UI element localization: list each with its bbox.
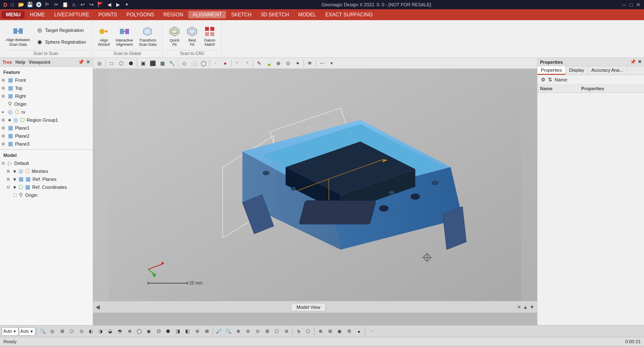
expand-plane3-icon[interactable]: ⊞ <box>2 142 7 146</box>
close-button[interactable]: ✕ <box>636 2 641 8</box>
bt-btn14[interactable]: ⬢ <box>164 327 173 336</box>
bt-btn23[interactable]: ⊙ <box>253 327 262 336</box>
tree-item-meshes[interactable]: ⊞ ● ◎ ⬡ Meshes <box>0 167 93 175</box>
best-fit-button[interactable]: BestFit <box>184 24 200 48</box>
qa-btn8[interactable]: ⎌ <box>70 1 78 8</box>
viewport-area[interactable]: ◎ □ ⬡ ⬢ ▣ ⬛ ▦ 🔧 ◇ ⬜ ◯ · ● ◜ ◝ ✎ 🍃 ⊕ ⊙ ✦ <box>93 58 537 325</box>
bt-btn13[interactable]: ⊡ <box>154 327 163 336</box>
tb-star-icon[interactable]: ✦ <box>293 59 302 68</box>
menu-item-menu[interactable]: MENU <box>2 11 25 18</box>
bt-btn31[interactable]: ◉ <box>335 327 344 336</box>
qa-next[interactable]: ▶ <box>114 1 122 8</box>
tab-properties[interactable]: Properties <box>538 66 566 75</box>
menu-item-home[interactable]: HOME <box>26 11 49 18</box>
bt-btn34[interactable]: ⋯ <box>366 327 376 336</box>
bt-btn29[interactable]: ⊕ <box>316 327 325 336</box>
expand-refcoord-icon[interactable]: ⊟ <box>7 185 12 189</box>
auto-dropdown-2[interactable]: ▼ <box>30 329 34 334</box>
tb-pen-icon[interactable]: ✎ <box>254 59 264 68</box>
expand-front-icon[interactable]: ⊞ <box>2 78 7 82</box>
bt-btn9[interactable]: ◓ <box>115 327 125 336</box>
datum-match-button[interactable]: DatumMatch <box>201 24 218 48</box>
tree-item-right[interactable]: ⊞ ▦ Right <box>0 92 93 100</box>
expand-top-icon[interactable]: ⊞ <box>2 86 7 90</box>
tb-hex-icon[interactable]: ⬡ <box>117 59 126 68</box>
align-between-button[interactable]: Align BetweenScan Data <box>3 23 33 49</box>
sort-icon[interactable]: ⇅ <box>548 77 552 83</box>
tb-crosshair-icon[interactable]: ⊙ <box>283 59 293 68</box>
qa-open[interactable]: 📂 <box>17 1 25 8</box>
bt-btn2[interactable]: ◎ <box>48 327 57 336</box>
view-nav-down-icon[interactable]: ▼ <box>530 304 535 310</box>
menu-item-polygons[interactable]: POLYGONS <box>122 11 158 18</box>
bt-btn19[interactable]: 🔎 <box>214 327 223 336</box>
qa-dropdown[interactable]: ▼ <box>123 1 130 8</box>
bt-btn30[interactable]: ⊞ <box>325 327 335 336</box>
tb-dot-icon[interactable]: · <box>211 59 220 68</box>
bt-btn16[interactable]: ◧ <box>183 327 192 336</box>
filter-icon[interactable]: ⚙ <box>541 77 545 83</box>
expand-default-icon[interactable]: ⊟ <box>2 161 7 165</box>
properties-pin-icon[interactable]: 📌 <box>630 59 636 65</box>
menu-item-model[interactable]: MODEL <box>294 11 320 18</box>
bt-btn24[interactable]: ⊞ <box>262 327 272 336</box>
qa-btn4[interactable]: 💿 <box>35 1 42 8</box>
bt-btn4[interactable]: ⬡ <box>67 327 76 336</box>
menu-item-region[interactable]: REGION <box>159 11 187 18</box>
tb-mesh-icon[interactable]: ⊕ <box>274 59 283 68</box>
tree-item-plane2[interactable]: ⊞ ▦ Plane2 <box>0 132 93 140</box>
menu-item-alignment[interactable]: ALIGNMENT <box>188 11 226 18</box>
interactive-alignment-button[interactable]: InteractiveAlignment <box>113 24 136 48</box>
quick-fit-button[interactable]: QuickFit <box>166 24 183 48</box>
tb-leaf-icon[interactable]: 🍃 <box>264 59 273 68</box>
tree-item-origin2[interactable]: □ ⚲ Origin <box>0 191 93 199</box>
bt-btn28[interactable]: ⬡ <box>304 327 313 336</box>
bt-btn20[interactable]: 🔍 <box>224 327 233 336</box>
tree-tab-viewpoint[interactable]: Viewpoint <box>29 60 50 65</box>
bt-btn21[interactable]: ⊕ <box>234 327 243 336</box>
bt-btn12[interactable]: ◉ <box>144 327 153 336</box>
tree-item-front[interactable]: ⊞ ▦ Front <box>0 76 93 84</box>
auto-select-2[interactable]: Auto ▼ <box>19 327 36 336</box>
expand-rv-icon[interactable]: ● <box>2 110 7 114</box>
bt-btn10[interactable]: ⊕ <box>125 327 134 336</box>
expand-rg1-icon[interactable]: ⊞ <box>2 118 7 122</box>
qa-redo[interactable]: ↪ <box>88 1 95 8</box>
view-tab-lock-icon[interactable]: ✕ <box>517 304 521 310</box>
menu-item-livecapture[interactable]: LIVECAPTURE <box>50 11 93 18</box>
bt-btn26[interactable]: ⊛ <box>282 327 291 336</box>
tb-square-icon[interactable]: ⬜ <box>189 59 198 68</box>
qa-save[interactable]: 💾 <box>26 1 34 8</box>
bt-btn17[interactable]: ⊛ <box>192 327 202 336</box>
bt-btn1[interactable]: 🔍 <box>38 327 47 336</box>
align-wizard-button[interactable]: AlignWizard <box>96 24 112 48</box>
bt-btn5[interactable]: ⊙ <box>77 327 86 336</box>
tb-more-icon[interactable]: ⋯ <box>317 59 327 68</box>
bt-btn6[interactable]: ◐ <box>86 327 96 336</box>
tb-diamond-icon[interactable]: ◇ <box>179 59 189 68</box>
tb-circle-icon[interactable]: ◯ <box>199 59 208 68</box>
tree-pin-icon[interactable]: 📌 <box>78 59 84 65</box>
tb-select-icon[interactable]: ◎ <box>95 59 104 68</box>
bt-btn33[interactable]: ● <box>354 327 364 336</box>
qa-flag[interactable]: 🚩 <box>96 1 104 8</box>
expand-meshes-icon[interactable]: ⊞ <box>7 169 12 173</box>
bt-btn7[interactable]: ◑ <box>96 327 105 336</box>
tb-rect-icon[interactable]: □ <box>107 59 116 68</box>
model-view-tab[interactable]: Model View <box>291 303 326 311</box>
maximize-button[interactable]: □ <box>629 2 633 8</box>
qa-btn5[interactable]: 🏳 <box>44 1 51 8</box>
bt-btn32[interactable]: ⚙ <box>345 327 354 336</box>
tree-item-plane1[interactable]: ⊞ ▦ Plane1 <box>0 124 93 132</box>
tab-display[interactable]: Display <box>566 66 588 75</box>
qa-btn7[interactable]: 📋 <box>61 1 69 8</box>
tree-item-region-group1[interactable]: ⊞ ● ◎ ⬡ Region Group1 <box>0 116 93 124</box>
bt-btn27[interactable]: 🖱 <box>294 327 303 336</box>
tree-item-default[interactable]: ⊟ ▷ Default <box>0 159 93 167</box>
tab-accuracy[interactable]: Accuracy Ana... <box>588 66 627 75</box>
bt-btn8[interactable]: ◒ <box>106 327 115 336</box>
menu-item-exact-surfacing[interactable]: EXACT SURFACING <box>321 11 377 18</box>
tb-eye-icon[interactable]: 👁 <box>305 59 314 68</box>
properties-close-icon[interactable]: ✕ <box>638 59 641 65</box>
tb-arc2-icon[interactable]: ◝ <box>242 59 252 68</box>
